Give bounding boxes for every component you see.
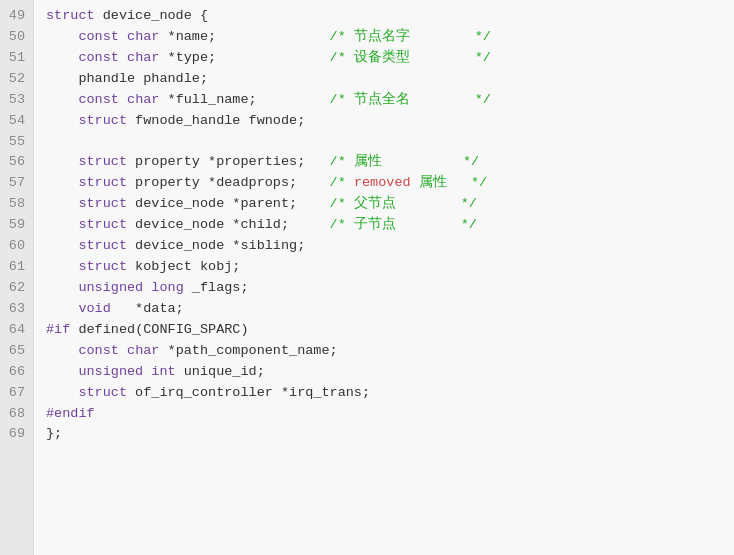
code-token: struct: [78, 217, 127, 232]
code-token: */: [475, 92, 491, 107]
code-token: char: [127, 92, 159, 107]
code-line: unsigned int unique_id;: [46, 362, 734, 383]
code-token: */: [461, 196, 477, 211]
code-token: struct: [78, 259, 127, 274]
code-token: /* 节点全名: [330, 92, 410, 107]
code-line: struct property *deadprops; /* removed 属…: [46, 173, 734, 194]
code-token: [396, 217, 461, 232]
line-number: 63: [6, 299, 25, 320]
code-token: */: [475, 29, 491, 44]
code-token: device_node *child;: [127, 217, 289, 232]
code-token: [46, 196, 78, 211]
code-line: phandle phandle;: [46, 69, 734, 90]
code-token: long: [151, 280, 183, 295]
code-token: [297, 196, 329, 211]
code-token: [46, 92, 78, 107]
code-token: [382, 154, 463, 169]
code-line: struct device_node *parent; /* 父节点 */: [46, 194, 734, 215]
line-number: 65: [6, 341, 25, 362]
code-token: [119, 92, 127, 107]
code-token: struct: [46, 8, 95, 23]
code-token: [396, 196, 461, 211]
code-token: [46, 113, 78, 128]
code-token: phandle phandle;: [46, 71, 208, 86]
line-number: 58: [6, 194, 25, 215]
code-token: device_node {: [95, 8, 208, 23]
code-token: const: [78, 343, 119, 358]
code-token: [46, 280, 78, 295]
code-token: [46, 238, 78, 253]
code-token: #if: [46, 322, 70, 337]
code-token: [46, 364, 78, 379]
code-content[interactable]: struct device_node { const char *name; /…: [34, 0, 734, 555]
code-line: #if defined(CONFIG_SPARC): [46, 320, 734, 341]
code-token: [447, 175, 471, 190]
code-token: [46, 301, 78, 316]
line-number: 51: [6, 48, 25, 69]
line-number: 68: [6, 404, 25, 425]
code-token: unique_id;: [176, 364, 265, 379]
code-line: const char *full_name; /* 节点全名 */: [46, 90, 734, 111]
code-token: device_node *sibling;: [127, 238, 305, 253]
code-token: *data;: [111, 301, 184, 316]
code-line: void *data;: [46, 299, 734, 320]
code-token: [410, 29, 475, 44]
code-token: const: [78, 50, 119, 65]
code-token: fwnode_handle fwnode;: [127, 113, 305, 128]
line-number: 60: [6, 236, 25, 257]
line-number: 59: [6, 215, 25, 236]
code-token: [46, 343, 78, 358]
code-line: struct kobject kobj;: [46, 257, 734, 278]
code-token: /*: [330, 175, 354, 190]
code-token: [46, 385, 78, 400]
code-line: const char *path_component_name;: [46, 341, 734, 362]
code-line: struct device_node {: [46, 6, 734, 27]
code-token: struct: [78, 238, 127, 253]
code-token: /* 设备类型: [330, 50, 410, 65]
code-token: void: [78, 301, 110, 316]
code-token: */: [461, 217, 477, 232]
code-token: [305, 154, 329, 169]
line-number: 67: [6, 383, 25, 404]
code-token: [289, 217, 330, 232]
code-token: [216, 29, 329, 44]
code-token: char: [127, 343, 159, 358]
code-line: };: [46, 424, 734, 445]
code-line: struct fwnode_handle fwnode;: [46, 111, 734, 132]
code-token: [119, 343, 127, 358]
code-token: *type;: [159, 50, 216, 65]
code-container: 4950515253545556575859606162636465666768…: [0, 0, 734, 555]
code-token: const: [78, 29, 119, 44]
code-token: [46, 259, 78, 274]
code-token: defined(CONFIG_SPARC): [78, 322, 248, 337]
code-token: [46, 175, 78, 190]
line-number: 62: [6, 278, 25, 299]
code-token: const: [78, 92, 119, 107]
code-token: *full_name;: [159, 92, 256, 107]
code-token: _flags;: [184, 280, 249, 295]
line-number: 56: [6, 152, 25, 173]
code-line: struct property *properties; /* 属性 */: [46, 152, 734, 173]
line-number: 55: [6, 132, 25, 153]
code-token: unsigned: [78, 280, 143, 295]
code-token: struct: [78, 154, 127, 169]
code-token: */: [475, 50, 491, 65]
line-number: 66: [6, 362, 25, 383]
line-number: 54: [6, 111, 25, 132]
code-token: int: [151, 364, 175, 379]
code-line: unsigned long _flags;: [46, 278, 734, 299]
line-numbers: 4950515253545556575859606162636465666768…: [0, 0, 34, 555]
code-token: device_node *parent;: [127, 196, 297, 211]
code-token: unsigned: [78, 364, 143, 379]
code-token: 属性: [411, 175, 447, 190]
line-number: 64: [6, 320, 25, 341]
code-line: const char *name; /* 节点名字 */: [46, 27, 734, 48]
line-number: 50: [6, 27, 25, 48]
code-token: */: [471, 175, 487, 190]
code-token: struct: [78, 385, 127, 400]
code-token: *name;: [159, 29, 216, 44]
code-token: [46, 154, 78, 169]
code-token: struct: [78, 113, 127, 128]
code-token: */: [463, 154, 479, 169]
code-token: struct: [78, 196, 127, 211]
